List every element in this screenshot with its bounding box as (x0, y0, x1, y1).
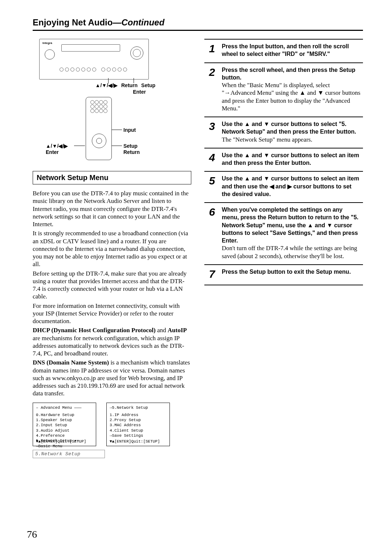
screen-item: 3.Audio Adjust (36, 428, 93, 433)
step-plain: The "Network Setup" menu appears. (222, 136, 312, 143)
screen-footer: ▼▲[ENTER]Quit:[SETUP] (110, 439, 160, 444)
step-row: 6 When you've completed the settings on … (204, 203, 363, 265)
diagram-labels-top: ▲/▼/◀/▶ Return Setup Enter (39, 82, 155, 95)
screen-title: →5.Network Setup (110, 405, 167, 410)
step-row: 1 Press the Input button, and then roll … (204, 39, 363, 63)
term-dhcp: DHCP (Dynamic Host Configuration Protoco… (33, 327, 156, 334)
step-bold: Press the Setup button to exit the Setup… (222, 269, 351, 275)
step-row: 4 Use the ▲ and ▼ cursor buttons to sele… (204, 148, 363, 172)
term-autoip: AutoIP (168, 327, 187, 334)
screen-footer: ▼▲[ENTER]Quit:[SETUP] (36, 439, 86, 444)
step-number: 1 (204, 39, 220, 63)
step-body: Use the ▲ and ▼ cursor buttons to select… (220, 171, 363, 203)
step-row: 3 Use the ▲ and ▼ cursor buttons to sele… (204, 117, 363, 148)
step-bold: Press the scroll wheel, and then press t… (222, 67, 355, 81)
device-diagram: Integra ▲/▼/◀/▶ Return Set (39, 39, 166, 162)
screen-title: – Advanced Menu ——— (36, 405, 93, 410)
step-number: 3 (204, 117, 220, 148)
remote-dpad (92, 134, 106, 148)
paragraph: For more information on Internet connect… (33, 302, 191, 325)
receiver-display-window (61, 44, 120, 52)
label-return-2: Return (123, 149, 140, 155)
steps-table: 1 Press the Input button, and then roll … (204, 39, 363, 285)
screen-item: 2.Proxy Setup (110, 417, 167, 423)
label-return: Return (121, 82, 138, 88)
step-body: Press the scroll wheel, and then press t… (220, 63, 363, 117)
screen-item: 4.Preference (36, 433, 93, 438)
page: Enjoying Net Audio—Continued Integra (0, 0, 392, 554)
two-column-layout: Integra ▲/▼/◀/▶ Return Set (33, 39, 363, 458)
step-body: Press the Setup button to exit the Setup… (220, 265, 363, 285)
step-row: 7 Press the Setup button to exit the Set… (204, 265, 363, 285)
step-number: 4 (204, 148, 220, 172)
remote-illustration (86, 97, 112, 160)
label-arrows-2: ▲/▼/◀/▶ (46, 143, 68, 149)
receiver-knob-small (45, 49, 55, 60)
step-row: 5 Use the ▲ and ▼ cursor buttons to sele… (204, 171, 363, 203)
step-bold: When you've completed the settings on an… (222, 207, 358, 244)
page-number: 76 (27, 529, 37, 540)
step-bold: Use the ▲ and ▼ cursor buttons to select… (222, 175, 359, 197)
step-body: When you've completed the settings on an… (220, 203, 363, 265)
screen-item: →Save Settings (110, 433, 167, 438)
step-number: 7 (204, 265, 220, 285)
paragraph: Before you can use the DTR-7.4 to play m… (33, 190, 191, 228)
receiver-illustration: Integra (39, 39, 149, 80)
label-enter: Enter (133, 89, 146, 95)
paragraph: DNS (Domain Name System) is a mechanism … (33, 359, 191, 397)
step-bold: Use the ▲ and ▼ cursor buttons to select… (222, 121, 356, 135)
menu-screens: – Advanced Menu ——— 0.Hardware Setup 1.S… (33, 403, 191, 446)
step-bold: Use the ▲ and ▼ cursor buttons to select… (222, 152, 359, 166)
label-setup-2: Setup (123, 143, 138, 149)
step-plain: When the "Basic Menu" is displayed, sele… (222, 82, 360, 112)
left-column: Integra ▲/▼/◀/▶ Return Set (33, 39, 191, 458)
receiver-brand: Integra (42, 41, 52, 45)
step-number: 6 (204, 203, 220, 265)
term-dns: DNS (Domain Name System) (33, 359, 109, 366)
paragraph: It is strongly recommended to use a broa… (33, 229, 191, 268)
screen-item: 3.MAC Address (110, 423, 167, 428)
screen-item: 0.Hardware Setup (36, 412, 93, 417)
step-number: 5 (204, 171, 220, 203)
screen-advanced-menu: – Advanced Menu ——— 0.Hardware Setup 1.S… (33, 403, 96, 446)
leader-line (112, 130, 122, 130)
section-heading: Network Setup Menu (33, 171, 191, 184)
label-setup: Setup (141, 82, 155, 88)
step-body: Use the ▲ and ▼ cursor buttons to select… (220, 148, 363, 172)
remote-button-grid (90, 100, 107, 112)
step-body: Press the Input button, and then roll th… (220, 39, 363, 63)
label-input: Input (123, 127, 136, 133)
screen-item: →Basic Menu (36, 444, 93, 449)
page-title: Enjoying Net Audio—Continued (33, 17, 363, 28)
label-arrows: ▲/▼/◀/▶ (95, 82, 118, 88)
step-body: Use the ▲ and ▼ cursor buttons to select… (220, 117, 363, 148)
step-plain: Don't turn off the DTR-7.4 while the set… (222, 245, 357, 259)
leader-line (112, 146, 122, 146)
screen-network-setup: →5.Network Setup 1.IP Address 2.Proxy Se… (106, 403, 170, 446)
body-text: Before you can use the DTR-7.4 to play m… (33, 190, 191, 398)
paragraph: Before setting up the DTR-7.4, make sure… (33, 270, 191, 301)
step-bold: Press the Input button, and then roll th… (222, 43, 349, 57)
receiver-knob-large (130, 46, 143, 60)
receiver-button-row (60, 68, 127, 72)
title-rule (33, 30, 363, 31)
lcd-strip: 5.Network Setup (33, 450, 105, 458)
screen-item: 4.Client Setup (110, 428, 167, 433)
screen-item: 1.Speaker Setup (36, 417, 93, 423)
right-column: 1 Press the Input button, and then roll … (204, 39, 363, 458)
step-row: 2 Press the scroll wheel, and then press… (204, 63, 363, 117)
label-enter-2: Enter (46, 149, 59, 155)
step-number: 2 (204, 63, 220, 117)
screen-item: 1.IP Address (110, 412, 167, 417)
leader-line (74, 146, 85, 146)
title-continued: —Continued (113, 17, 164, 27)
title-text: Enjoying Net Audio (33, 17, 113, 27)
screen-item: 2.Input Setup (36, 423, 93, 428)
paragraph: DHCP (Dynamic Host Configuration Protoco… (33, 326, 191, 357)
